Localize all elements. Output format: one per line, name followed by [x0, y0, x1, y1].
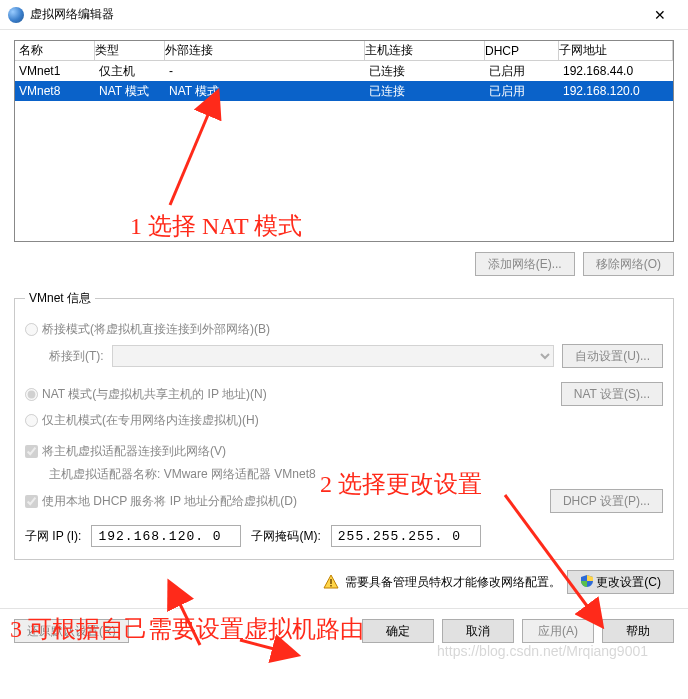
cell: 已连接: [365, 63, 485, 80]
table-body[interactable]: VMnet1 仅主机 - 已连接 已启用 192.168.44.0 VMnet8…: [15, 61, 673, 241]
col-head[interactable]: 类型: [95, 41, 165, 60]
bridged-row: 桥接模式(将虚拟机直接连接到外部网络)(B): [25, 321, 663, 338]
bridge-to-label: 桥接到(T):: [49, 348, 104, 365]
change-settings-label: 更改设置(C): [596, 575, 661, 589]
app-icon: [8, 7, 24, 23]
cell: 仅主机: [95, 63, 165, 80]
vmnet-info-group: VMnet 信息 桥接模式(将虚拟机直接连接到外部网络)(B) 桥接到(T): …: [14, 290, 674, 560]
dhcpset-button[interactable]: DHCP 设置(P)...: [550, 489, 663, 513]
cancel-button[interactable]: 取消: [442, 619, 514, 643]
adapter-name-row: 主机虚拟适配器名称: VMware 网络适配器 VMnet8: [25, 466, 663, 483]
use-dhcp-label: 使用本地 DHCP 服务将 IP 地址分配给虚拟机(D): [42, 494, 297, 508]
cell: NAT 模式: [95, 83, 165, 100]
connect-host-row: 将主机虚拟适配器连接到此网络(V): [25, 443, 663, 460]
subnet-mask-label: 子网掩码(M):: [251, 528, 320, 545]
col-head[interactable]: DHCP: [485, 41, 559, 60]
network-buttons: 添加网络(E)... 移除网络(O): [14, 242, 674, 286]
svg-rect-2: [331, 585, 332, 587]
subnet-ip-input[interactable]: [91, 525, 241, 547]
add-network-button[interactable]: 添加网络(E)...: [475, 252, 575, 276]
col-head[interactable]: 外部连接: [165, 41, 365, 60]
cell: NAT 模式: [165, 83, 365, 100]
close-button[interactable]: ✕: [640, 1, 680, 29]
cell: 已启用: [485, 63, 559, 80]
bridged-label: 桥接模式(将虚拟机直接连接到外部网络)(B): [42, 322, 270, 336]
natset-button[interactable]: NAT 设置(S)...: [561, 382, 663, 406]
use-dhcp-check[interactable]: 使用本地 DHCP 服务将 IP 地址分配给虚拟机(D): [25, 493, 297, 510]
cell: 192.168.120.0: [559, 84, 673, 98]
table-header: 名称 类型 外部连接 主机连接 DHCP 子网地址: [15, 41, 673, 61]
connect-host-check[interactable]: 将主机虚拟适配器连接到此网络(V): [25, 443, 226, 460]
remove-network-button[interactable]: 移除网络(O): [583, 252, 674, 276]
bridge-to-combo[interactable]: [112, 345, 555, 367]
hostonly-label: 仅主机模式(在专用网络内连接虚拟机)(H): [42, 413, 259, 427]
col-head[interactable]: 子网地址: [559, 41, 673, 60]
hostonly-radio[interactable]: 仅主机模式(在专用网络内连接虚拟机)(H): [25, 412, 259, 429]
window-title: 虚拟网络编辑器: [30, 6, 640, 23]
autoset-button[interactable]: 自动设置(U)...: [562, 344, 663, 368]
warning-icon: [323, 574, 339, 590]
warn-row: 需要具备管理员特权才能修改网络配置。 更改设置(C): [14, 570, 674, 594]
adapter-name-label: 主机虚拟适配器名称: VMware 网络适配器 VMnet8: [49, 466, 316, 483]
cell: -: [165, 64, 365, 78]
bottom-buttons: 还原默认设置(R) 确定 取消 应用(A) 帮助: [0, 608, 688, 643]
nat-radio[interactable]: NAT 模式(与虚拟机共享主机的 IP 地址)(N): [25, 386, 267, 403]
connect-host-label: 将主机虚拟适配器连接到此网络(V): [42, 444, 226, 458]
shield-icon: [580, 574, 594, 588]
warn-text: 需要具备管理员特权才能修改网络配置。: [345, 574, 561, 591]
restore-button[interactable]: 还原默认设置(R): [14, 619, 129, 643]
cell: 192.168.44.0: [559, 64, 673, 78]
titlebar: 虚拟网络编辑器 ✕: [0, 0, 688, 30]
nat-row: NAT 模式(与虚拟机共享主机的 IP 地址)(N) NAT 设置(S)...: [25, 382, 663, 406]
network-table: 名称 类型 外部连接 主机连接 DHCP 子网地址 VMnet1 仅主机 - 已…: [14, 40, 674, 242]
cell: 已连接: [365, 83, 485, 100]
subnet-ip-label: 子网 IP (I):: [25, 528, 81, 545]
subnet-mask-input[interactable]: [331, 525, 481, 547]
cell: VMnet1: [15, 64, 95, 78]
watermark: https://blog.csdn.net/Mrqiang9001: [437, 643, 648, 659]
nat-label: NAT 模式(与虚拟机共享主机的 IP 地址)(N): [42, 387, 267, 401]
col-head[interactable]: 主机连接: [365, 41, 485, 60]
table-row[interactable]: VMnet1 仅主机 - 已连接 已启用 192.168.44.0: [15, 61, 673, 81]
table-row[interactable]: VMnet8 NAT 模式 NAT 模式 已连接 已启用 192.168.120…: [15, 81, 673, 101]
svg-rect-1: [331, 579, 332, 584]
bridged-radio[interactable]: 桥接模式(将虚拟机直接连接到外部网络)(B): [25, 321, 270, 338]
vmnet-info-legend: VMnet 信息: [25, 290, 95, 307]
hostonly-row: 仅主机模式(在专用网络内连接虚拟机)(H): [25, 412, 663, 429]
subnet-row: 子网 IP (I): 子网掩码(M):: [25, 525, 663, 547]
change-settings-button[interactable]: 更改设置(C): [567, 570, 674, 594]
cell: VMnet8: [15, 84, 95, 98]
apply-button[interactable]: 应用(A): [522, 619, 594, 643]
cell: 已启用: [485, 83, 559, 100]
help-button[interactable]: 帮助: [602, 619, 674, 643]
ok-button[interactable]: 确定: [362, 619, 434, 643]
col-head[interactable]: 名称: [15, 41, 95, 60]
use-dhcp-row: 使用本地 DHCP 服务将 IP 地址分配给虚拟机(D) DHCP 设置(P).…: [25, 489, 663, 513]
bridge-to-row: 桥接到(T): 自动设置(U)...: [25, 344, 663, 368]
